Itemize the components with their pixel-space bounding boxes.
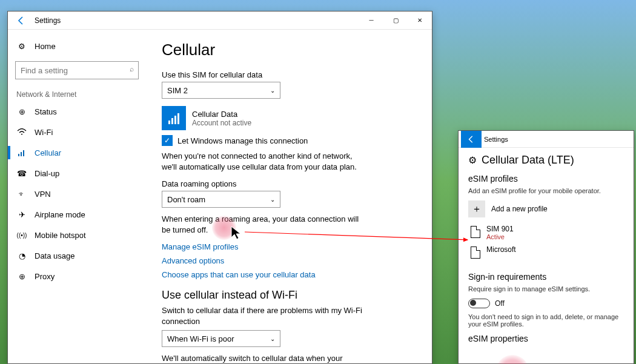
- home-label: Home: [35, 42, 56, 51]
- window-title: Settings: [484, 136, 508, 143]
- nav-group-label: Network & Internet: [8, 87, 146, 101]
- nav-label: VPN: [35, 190, 51, 199]
- back-button[interactable]: [10, 12, 32, 30]
- sim-dropdown-label: Use this SIM for cellular data: [162, 70, 416, 79]
- add-profile-label: Add a new profile: [491, 205, 548, 213]
- svg-rect-0: [18, 154, 19, 156]
- nav-label: Cellular: [35, 148, 61, 157]
- nav-label: Airplane mode: [35, 210, 85, 219]
- roaming-desc: When entering a roaming area, your data …: [162, 214, 368, 235]
- globe-icon: ⊕: [16, 272, 27, 281]
- esim-profiles-desc: Add an eSIM profile for your mobile oper…: [468, 187, 624, 194]
- checkbox-label: Let Windows manage this connection: [177, 136, 308, 145]
- home-button[interactable]: ⚙ Home: [8, 36, 146, 56]
- window-title: Settings: [35, 16, 61, 25]
- nav-label: Proxy: [35, 272, 55, 281]
- roaming-dropdown-label: Data roaming options: [162, 179, 416, 188]
- fallback-dropdown-value: When Wi-Fi is poor: [167, 334, 234, 343]
- esim-profile-item[interactable]: SIM 901 Active: [471, 225, 624, 240]
- tile-title: Cellular Data: [192, 110, 251, 119]
- tile-status: Account not active: [192, 119, 251, 127]
- signin-req-desc: Require sign in to manage eSIM settings.: [468, 285, 624, 293]
- signal-bars-icon: [162, 106, 186, 130]
- sidebar: ⚙ Home ⌕ Network & Internet ⊕ Status Wi-…: [8, 30, 146, 363]
- titlebar: Settings ─ ▢ ✕: [8, 12, 432, 30]
- manage-connection-checkbox-row[interactable]: ✓ Let Windows manage this connection: [162, 135, 416, 146]
- fallback-dropdown[interactable]: When Wi-Fi is poor ⌄: [162, 330, 280, 347]
- svg-rect-2: [23, 150, 24, 156]
- page-title: Cellular Data (LTE): [482, 154, 574, 167]
- sidebar-item-proxy[interactable]: ⊕ Proxy: [8, 266, 146, 286]
- gear-icon: ⚙: [16, 42, 27, 51]
- profile-status: Active: [486, 233, 514, 240]
- main-content: Cellular Use this SIM for cellular data …: [146, 30, 432, 363]
- nav-label: Wi-Fi: [35, 128, 53, 137]
- vpn-icon: ᯤ: [16, 190, 27, 199]
- minimize-button[interactable]: ─: [359, 12, 383, 30]
- sidebar-item-wifi[interactable]: Wi-Fi: [8, 122, 146, 142]
- sidebar-item-hotspot[interactable]: ((•)) Mobile hotspot: [8, 225, 146, 245]
- fallback-heading: Use cellular instead of Wi-Fi: [162, 289, 416, 302]
- roaming-dropdown-value: Don't roam: [167, 195, 205, 204]
- window-controls: ─ ▢ ✕: [359, 12, 432, 30]
- profile-name: Microsoft: [486, 245, 516, 254]
- sidebar-item-datausage[interactable]: ◔ Data usage: [8, 245, 146, 266]
- nav-label: Dial-up: [35, 169, 59, 178]
- search-input[interactable]: [15, 61, 139, 79]
- nav-label: Data usage: [35, 251, 75, 260]
- roaming-dropdown[interactable]: Don't roam ⌄: [162, 191, 280, 208]
- datausage-icon: ◔: [16, 251, 27, 260]
- add-profile-button[interactable]: ＋ Add a new profile: [468, 200, 624, 217]
- settings-esim-window: Settings ⚙ Cellular Data (LTE) eSIM prof…: [458, 130, 634, 364]
- close-button[interactable]: ✕: [408, 12, 432, 30]
- esim-profile-item[interactable]: Microsoft: [471, 245, 624, 259]
- settings-main-window: Settings ─ ▢ ✕ ⚙ Home ⌕ Network & Intern…: [7, 11, 432, 364]
- chevron-down-icon: ⌄: [270, 196, 275, 203]
- sim-dropdown-value: SIM 2: [167, 86, 188, 95]
- page-title: Cellular: [162, 41, 416, 59]
- plus-icon: ＋: [468, 200, 485, 217]
- sidebar-item-status[interactable]: ⊕ Status: [8, 101, 146, 122]
- nav-label: Status: [35, 107, 57, 116]
- signin-toggle[interactable]: [468, 299, 490, 308]
- chevron-down-icon: ⌄: [270, 336, 275, 342]
- chevron-down-icon: ⌄: [270, 87, 275, 94]
- back-button[interactable]: [461, 131, 482, 148]
- esim-properties-heading: eSIM properties: [468, 334, 624, 343]
- advanced-options-link[interactable]: Advanced options: [162, 256, 416, 265]
- cellular-data-tile[interactable]: Cellular Data Account not active: [162, 106, 416, 130]
- choose-apps-link[interactable]: Choose apps that can use your cellular d…: [162, 270, 416, 279]
- sim-card-icon: [471, 226, 480, 238]
- checkbox-checked-icon: ✓: [162, 135, 173, 146]
- titlebar: Settings: [459, 131, 634, 148]
- airplane-icon: ✈: [16, 210, 27, 219]
- maximize-button[interactable]: ▢: [383, 12, 408, 30]
- profile-name: SIM 901: [486, 225, 514, 233]
- sim-card-icon: [471, 247, 480, 259]
- fallback-desc2: We'll automatically switch to cellular d…: [162, 353, 368, 363]
- globe-icon: ⊕: [16, 107, 27, 116]
- manage-esim-link[interactable]: Manage eSIM profiles: [162, 242, 416, 251]
- toggle-label: Off: [495, 299, 505, 308]
- search-icon: ⌕: [130, 65, 134, 74]
- manage-desc: When you're not connected to another kin…: [162, 151, 368, 172]
- cellular-icon: [16, 148, 27, 157]
- sidebar-item-cellular[interactable]: Cellular: [8, 142, 146, 163]
- wifi-icon: [16, 128, 27, 136]
- sim-dropdown[interactable]: SIM 2 ⌄: [162, 82, 280, 99]
- nav-label: Mobile hotspot: [35, 231, 86, 240]
- sidebar-item-vpn[interactable]: ᯤ VPN: [8, 184, 146, 204]
- hotspot-icon: ((•)): [16, 232, 27, 239]
- dialup-icon: ☎: [16, 169, 27, 178]
- sidebar-item-airplane[interactable]: ✈ Airplane mode: [8, 204, 146, 225]
- sidebar-item-dialup[interactable]: ☎ Dial-up: [8, 163, 146, 184]
- signin-note: You don't need to sign in to add, delete…: [468, 313, 624, 328]
- signin-req-heading: Sign-in requirements: [468, 272, 624, 282]
- esim-profiles-heading: eSIM profiles: [468, 174, 624, 184]
- gear-icon: ⚙: [468, 154, 477, 166]
- fallback-desc1: Switch to cellular data if there are pro…: [162, 305, 368, 326]
- svg-rect-1: [21, 152, 22, 156]
